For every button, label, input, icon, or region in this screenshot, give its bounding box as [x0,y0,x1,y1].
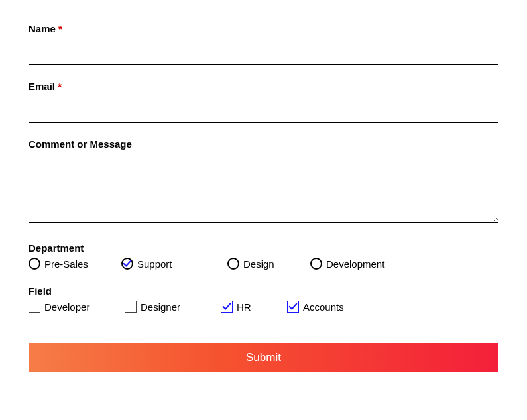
message-textarea[interactable] [29,159,498,223]
checkmark-icon [123,259,132,268]
checkbox-icon[interactable] [29,301,40,313]
field-option[interactable]: Accounts [287,301,344,313]
field-option-label: HR [237,301,251,313]
field-option-label: Designer [141,301,180,313]
field-checkbox-label: Field [29,286,498,297]
name-label: Name * [29,23,498,34]
field-options-row: DeveloperDesignerHRAccounts [29,301,498,313]
contact-form: Name * Email * Comment or Message Depart… [3,3,524,417]
message-label: Comment or Message [29,138,498,150]
checkbox-icon[interactable] [287,301,299,313]
name-field-group: Name * [29,23,498,65]
radio-icon[interactable] [227,258,239,270]
checkmark-icon [222,302,231,311]
department-group: Department Pre-SalesSupportDesignDevelop… [29,242,498,270]
department-option-label: Development [326,258,384,270]
name-required-asterisk: * [58,23,62,34]
radio-icon[interactable] [310,258,322,270]
checkbox-icon[interactable] [221,301,233,313]
email-required-asterisk: * [58,81,62,92]
field-option[interactable]: HR [221,301,287,313]
checkbox-icon[interactable] [125,301,137,313]
field-option-label: Developer [44,301,89,313]
department-option[interactable]: Development [310,258,384,270]
radio-icon[interactable] [121,258,133,270]
submit-button[interactable]: Submit [29,343,498,372]
email-label-text: Email [29,81,55,92]
radio-icon[interactable] [29,258,40,270]
checkmark-icon [288,302,298,311]
department-options-row: Pre-SalesSupportDesignDevelopment [29,258,498,270]
department-label: Department [29,242,498,254]
message-field-group: Comment or Message [29,138,498,225]
field-option-label: Accounts [303,301,344,313]
department-option-label: Support [137,258,172,270]
name-label-text: Name [29,23,56,34]
department-option[interactable]: Support [121,258,227,270]
field-option[interactable]: Designer [125,301,221,313]
department-option-label: Design [243,258,274,270]
email-label: Email * [29,81,498,92]
field-checkbox-group: Field DeveloperDesignerHRAccounts [29,286,498,313]
email-field-group: Email * [29,81,498,123]
department-option-label: Pre-Sales [44,258,88,270]
name-input[interactable] [29,46,498,65]
department-option[interactable]: Design [227,258,310,270]
field-option[interactable]: Developer [29,301,125,313]
department-option[interactable]: Pre-Sales [29,258,121,270]
email-input[interactable] [29,104,498,123]
